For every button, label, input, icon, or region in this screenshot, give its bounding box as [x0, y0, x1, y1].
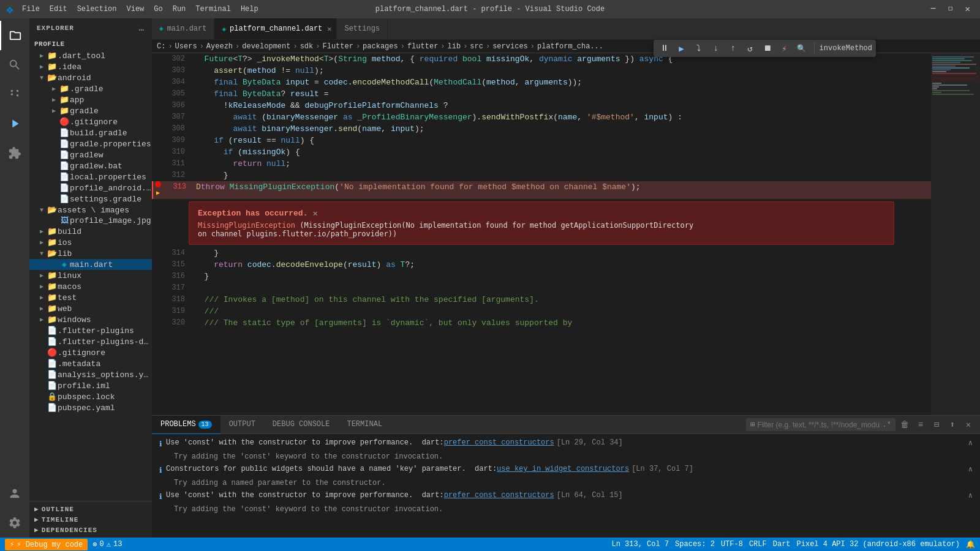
- filter-input[interactable]: [758, 421, 880, 429]
- panel-collapse-btn[interactable]: ≡: [914, 418, 927, 432]
- debug-my-code-btn[interactable]: ⚡ ⚡ Debug my code: [5, 539, 88, 550]
- tree-item-gradlew-bat[interactable]: 📄 gradlew.bat: [29, 160, 152, 171]
- encoding-status[interactable]: UTF-8: [721, 540, 743, 549]
- tree-item-lib[interactable]: ▼ 📂 lib: [29, 248, 152, 259]
- menu-edit[interactable]: Edit: [46, 4, 71, 15]
- tree-item-idea[interactable]: ▶ 📁 .idea: [29, 61, 152, 72]
- tab-platform-channel[interactable]: ◈ platform_channel.dart ✕: [214, 18, 337, 39]
- breadcrumb-part[interactable]: Flutter: [322, 42, 353, 51]
- breadcrumb-part[interactable]: src: [470, 42, 483, 51]
- menu-help[interactable]: Help: [237, 4, 262, 15]
- tree-item-build[interactable]: ▶ 📁 build: [29, 226, 152, 237]
- filter-regex-btn[interactable]: .*: [883, 421, 891, 429]
- breadcrumb-part[interactable]: lib: [448, 42, 461, 51]
- notification-bell[interactable]: 🔔: [966, 540, 975, 549]
- menu-selection[interactable]: Selection: [74, 4, 121, 15]
- tree-item-ios[interactable]: ▶ 📁 ios: [29, 237, 152, 248]
- maximize-btn[interactable]: ◻: [944, 2, 956, 16]
- errors-status[interactable]: ⊗ 0 ⚠ 13: [92, 540, 122, 549]
- tree-item-analysis-options[interactable]: 📄 analysis_options.y...: [29, 369, 152, 380]
- debug-continue-btn[interactable]: ▶: [674, 41, 689, 56]
- problem-item-1[interactable]: ℹ Use 'const' with the constructor to im…: [152, 437, 980, 451]
- tree-item-local-props[interactable]: 📄 local.properties: [29, 171, 152, 182]
- settings-activity-btn[interactable]: [0, 508, 29, 538]
- problem-link[interactable]: use_key_in_widget_constructors: [497, 465, 629, 473]
- search-activity-btn[interactable]: [0, 50, 29, 80]
- debug-pause-btn[interactable]: ⏸: [657, 41, 672, 56]
- tree-item-flutter-plugins[interactable]: 📄 .flutter-plugins: [29, 325, 152, 336]
- tree-item-settings-gradle[interactable]: 📄 settings.gradle: [29, 193, 152, 204]
- menu-view[interactable]: View: [123, 4, 148, 15]
- line-col-status[interactable]: Ln 313, Col 7: [611, 540, 669, 549]
- panel-filter-btn[interactable]: ⊟: [930, 418, 943, 432]
- close-btn[interactable]: ✕: [962, 2, 974, 16]
- debug-restart-btn[interactable]: ↺: [743, 41, 758, 56]
- tree-item-android[interactable]: ▼ 📂 android: [29, 72, 152, 83]
- tab-main-dart[interactable]: ◈ main.dart: [152, 18, 214, 39]
- tree-item-pubspec-yaml[interactable]: 📄 pubspec.yaml: [29, 402, 152, 413]
- language-status[interactable]: Dart: [773, 540, 791, 549]
- breadcrumb-part[interactable]: Ayeezh: [206, 42, 233, 51]
- outline-section[interactable]: ▶ OUTLINE: [29, 504, 152, 514]
- tree-item-profile-android[interactable]: 📄 profile_android.i...: [29, 182, 152, 193]
- tree-item-dart-tool[interactable]: ▶ 📁 .dart_tool: [29, 50, 152, 61]
- problem-expand-btn[interactable]: ∧: [968, 491, 973, 500]
- tree-item-build-gradle[interactable]: 📄 build.gradle: [29, 127, 152, 138]
- debug-step-over-btn[interactable]: ⤵: [692, 41, 706, 56]
- breadcrumb-part[interactable]: services: [492, 42, 528, 51]
- tree-item-gitignore[interactable]: 🔴 .gitignore: [29, 347, 152, 358]
- exception-close-btn[interactable]: ✕: [312, 208, 317, 219]
- tree-item-test[interactable]: ▶ 📁 test: [29, 292, 152, 303]
- problem-link[interactable]: prefer_const_constructors: [444, 438, 554, 447]
- breadcrumb-part[interactable]: sdk: [300, 42, 314, 51]
- panel-tab-problems[interactable]: PROBLEMS 13: [152, 416, 221, 434]
- tree-item-gitignore-a[interactable]: 🔴 .gitignore: [29, 116, 152, 127]
- tree-item-main-dart[interactable]: ◈ main.dart: [29, 259, 152, 270]
- problem-expand-btn[interactable]: ∧: [968, 438, 973, 448]
- tree-item-windows[interactable]: ▶ 📁 windows: [29, 314, 152, 325]
- menu-file[interactable]: File: [18, 4, 43, 15]
- panel-close-btn[interactable]: ✕: [962, 418, 975, 432]
- problem-expand-btn[interactable]: ∧: [968, 465, 973, 474]
- problem-item-3[interactable]: ℹ Use 'const' with the constructor to im…: [152, 489, 980, 503]
- breadcrumb-part[interactable]: C:: [157, 42, 165, 51]
- tree-item-web[interactable]: ▶ 📁 web: [29, 303, 152, 314]
- minimize-btn[interactable]: −: [927, 2, 940, 16]
- tree-item-pubspec-lock[interactable]: 🔒 pubspec.lock: [29, 391, 152, 402]
- tree-item-gradle2[interactable]: ▶ 📁 gradle: [29, 105, 152, 116]
- breadcrumb-part[interactable]: packages: [363, 42, 398, 51]
- device-status[interactable]: Pixel 4 API 32 (android-x86 emulator): [797, 540, 960, 549]
- menu-run[interactable]: Run: [169, 4, 190, 15]
- line-ending-status[interactable]: CRLF: [749, 540, 767, 549]
- debug-search-btn[interactable]: 🔍: [794, 41, 809, 56]
- spaces-status[interactable]: Spaces: 2: [675, 540, 715, 549]
- dependencies-section[interactable]: ▶ DEPENDENCIES: [29, 525, 152, 535]
- tree-item-gradle[interactable]: ▶ 📁 .gradle: [29, 83, 152, 94]
- extensions-activity-btn[interactable]: [0, 138, 29, 168]
- problem-item-2[interactable]: ℹ Constructors for public widgets should…: [152, 463, 980, 477]
- debug-step-out-btn[interactable]: ↑: [726, 41, 741, 56]
- debug-hot-reload-btn[interactable]: ⚡: [777, 41, 792, 56]
- sidebar-more-btn[interactable]: …: [139, 23, 145, 33]
- tree-item-linux[interactable]: ▶ 📁 linux: [29, 270, 152, 281]
- tree-item-assets[interactable]: ▼ 📂 assets \ images: [29, 204, 152, 216]
- menu-go[interactable]: Go: [150, 4, 166, 15]
- tree-item-metadata[interactable]: 📄 .metadata: [29, 358, 152, 369]
- editor-area[interactable]: 302 Future<T?> _invokeMethod<T>(String m…: [152, 53, 931, 415]
- breadcrumb-part[interactable]: platform_cha...: [537, 42, 603, 51]
- tree-item-gradlew[interactable]: 📄 gradlew: [29, 149, 152, 160]
- accounts-activity-btn[interactable]: [0, 479, 29, 508]
- debug-step-into-btn[interactable]: ↓: [709, 41, 723, 56]
- breadcrumb-part[interactable]: Users: [175, 42, 197, 51]
- run-debug-activity-btn[interactable]: [0, 109, 29, 138]
- problem-link[interactable]: prefer_const_constructors: [444, 491, 554, 500]
- breadcrumb-part[interactable]: flutter: [407, 42, 438, 51]
- panel-tab-debug-console[interactable]: DEBUG CONSOLE: [264, 416, 339, 434]
- tab-close-btn[interactable]: ✕: [326, 23, 333, 35]
- panel-tab-output[interactable]: OUTPUT: [221, 416, 264, 434]
- timeline-section[interactable]: ▶ TIMELINE: [29, 514, 152, 525]
- panel-expand-btn[interactable]: ⬆: [946, 418, 959, 432]
- tree-item-gradle-props[interactable]: 📄 gradle.properties: [29, 138, 152, 149]
- menu-terminal[interactable]: Terminal: [192, 4, 235, 15]
- panel-clear-btn[interactable]: 🗑: [898, 418, 911, 432]
